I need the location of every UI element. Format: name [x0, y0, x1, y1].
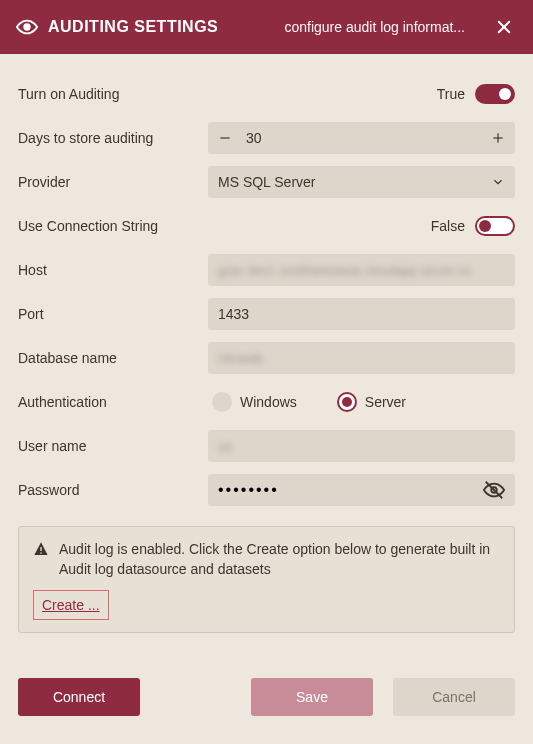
- save-button[interactable]: Save: [251, 678, 373, 716]
- row-days: Days to store auditing 30: [18, 116, 515, 160]
- radio-circle-icon: [212, 392, 232, 412]
- pass-label: Password: [18, 482, 208, 498]
- turn-on-label: Turn on Auditing: [18, 86, 208, 102]
- row-pass: Password ••••••••: [18, 468, 515, 512]
- use-conn-toggle[interactable]: [475, 216, 515, 236]
- info-box: Audit log is enabled. Click the Create o…: [18, 526, 515, 633]
- radio-circle-selected-icon: [337, 392, 357, 412]
- days-value[interactable]: 30: [242, 130, 481, 146]
- row-turn-on: Turn on Auditing True: [18, 72, 515, 116]
- close-icon: [495, 18, 513, 36]
- warning-icon: [33, 541, 49, 580]
- header-bar: AUDITING SETTINGS configure audit log in…: [0, 0, 533, 54]
- svg-rect-9: [40, 552, 41, 553]
- eye-icon: [16, 16, 38, 38]
- create-link-highlight: Create ...: [33, 590, 109, 620]
- auth-windows-label: Windows: [240, 394, 297, 410]
- info-message: Audit log is enabled. Click the Create o…: [59, 539, 500, 580]
- db-label: Database name: [18, 350, 208, 366]
- host-input-wrap[interactable]: grav dev1 southwestasia cloudapp azure c…: [208, 254, 515, 286]
- user-label: User name: [18, 438, 208, 454]
- content-area: Turn on Auditing True Days to store audi…: [0, 54, 533, 678]
- row-provider: Provider MS SQL Server: [18, 160, 515, 204]
- row-db: Database name Himedb: [18, 336, 515, 380]
- days-decrement-button[interactable]: [208, 122, 242, 154]
- svg-point-0: [24, 24, 30, 30]
- use-conn-value-text: False: [431, 218, 465, 234]
- days-label: Days to store auditing: [18, 130, 208, 146]
- port-label: Port: [18, 306, 208, 322]
- svg-rect-8: [40, 547, 41, 551]
- port-input-wrap[interactable]: [208, 298, 515, 330]
- cancel-button[interactable]: Cancel: [393, 678, 515, 716]
- turn-on-toggle[interactable]: [475, 84, 515, 104]
- host-input-blurred: grav dev1 southwestasia cloudapp azure c…: [218, 263, 471, 278]
- row-host: Host grav dev1 southwestasia cloudapp az…: [18, 248, 515, 292]
- provider-value: MS SQL Server: [218, 174, 316, 190]
- header-title: AUDITING SETTINGS: [48, 18, 218, 36]
- row-port: Port: [18, 292, 515, 336]
- pass-value: ••••••••: [218, 481, 279, 499]
- create-link[interactable]: Create ...: [42, 597, 100, 613]
- provider-select[interactable]: MS SQL Server: [208, 166, 515, 198]
- auth-radio-group: Windows Server: [212, 392, 406, 412]
- row-auth: Authentication Windows Server: [18, 380, 515, 424]
- user-input-wrap[interactable]: sa: [208, 430, 515, 462]
- plus-icon: [491, 131, 505, 145]
- pass-input-wrap[interactable]: ••••••••: [208, 474, 515, 506]
- db-input-wrap[interactable]: Himedb: [208, 342, 515, 374]
- use-conn-label: Use Connection String: [18, 218, 208, 234]
- row-use-conn: Use Connection String False: [18, 204, 515, 248]
- header-subtitle: configure audit log informat...: [284, 19, 465, 35]
- port-input[interactable]: [218, 306, 505, 322]
- connect-button[interactable]: Connect: [18, 678, 140, 716]
- db-input-blurred: Himedb: [218, 351, 263, 366]
- turn-on-value-text: True: [437, 86, 465, 102]
- password-visibility-toggle[interactable]: [483, 479, 505, 501]
- auth-label: Authentication: [18, 394, 208, 410]
- provider-label: Provider: [18, 174, 208, 190]
- days-increment-button[interactable]: [481, 122, 515, 154]
- user-input-blurred: sa: [218, 439, 232, 454]
- close-button[interactable]: [491, 14, 517, 40]
- row-user: User name sa: [18, 424, 515, 468]
- auth-server-label: Server: [365, 394, 406, 410]
- minus-icon: [218, 131, 232, 145]
- eye-off-icon: [483, 479, 505, 501]
- host-label: Host: [18, 262, 208, 278]
- footer: Connect Save Cancel: [0, 678, 533, 744]
- auth-radio-windows[interactable]: Windows: [212, 392, 297, 412]
- days-stepper: 30: [208, 122, 515, 154]
- auth-radio-server[interactable]: Server: [337, 392, 406, 412]
- chevron-down-icon: [491, 175, 505, 189]
